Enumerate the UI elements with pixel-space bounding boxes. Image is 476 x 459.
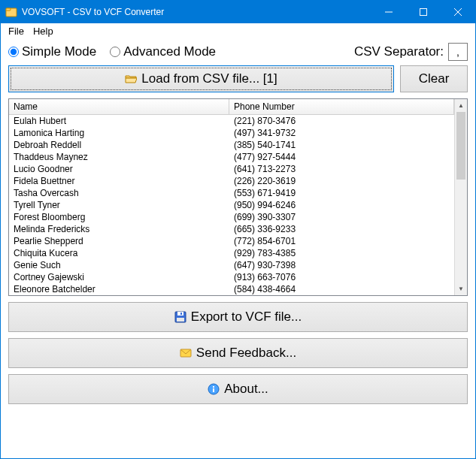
scroll-track[interactable]: [455, 112, 467, 282]
cell-name: Melinda Fredericks: [9, 223, 229, 235]
cell-phone: (553) 671-9419: [229, 187, 454, 199]
table-row[interactable]: Fidela Buettner(226) 220-3619: [9, 175, 454, 187]
export-vcf-button[interactable]: Export to VCF file...: [8, 302, 468, 332]
column-name[interactable]: Name: [9, 99, 229, 114]
save-icon: [174, 311, 186, 323]
cell-name: Cortney Gajewski: [9, 271, 229, 283]
app-icon: [5, 6, 17, 18]
maximize-button[interactable]: [406, 1, 441, 23]
contacts-table: Name Phone Number Eulah Hubert(221) 870-…: [8, 98, 468, 296]
svg-rect-3: [420, 9, 427, 16]
table-row[interactable]: Cortney Gajewski(913) 663-7076: [9, 271, 454, 283]
scroll-thumb[interactable]: [456, 112, 465, 180]
advanced-mode-label: Advanced Mode: [123, 44, 216, 59]
table-row[interactable]: Forest Bloomberg(699) 390-3307: [9, 211, 454, 223]
advanced-mode-radio[interactable]: Advanced Mode: [110, 44, 216, 59]
table-row[interactable]: Pearlie Shepperd(772) 854-6701: [9, 235, 454, 247]
svg-rect-9: [177, 318, 184, 322]
cell-name: Pearlie Shepperd: [9, 235, 229, 247]
csv-separator-input[interactable]: [448, 43, 468, 61]
cell-phone: (929) 783-4385: [229, 247, 454, 259]
cell-phone: (226) 220-3619: [229, 175, 454, 187]
window-controls: [371, 1, 475, 23]
minimize-button[interactable]: [371, 1, 406, 23]
cell-name: Tasha Overcash: [9, 187, 229, 199]
about-label: About...: [224, 382, 268, 397]
about-button[interactable]: About...: [8, 374, 468, 404]
csv-separator-label: CSV Separator:: [354, 44, 444, 59]
close-button[interactable]: [441, 1, 475, 23]
cell-phone: (772) 854-6701: [229, 235, 454, 247]
cell-name: Lucio Goodner: [9, 163, 229, 175]
send-feedback-button[interactable]: Send Feedback...: [8, 338, 468, 368]
cell-phone: (950) 994-6246: [229, 199, 454, 211]
table-row[interactable]: Debroah Reddell(385) 540-1741: [9, 139, 454, 151]
cell-name: Fidela Buettner: [9, 175, 229, 187]
window-title: VOVSOFT - CSV to VCF Converter: [22, 7, 371, 17]
svg-rect-8: [180, 313, 182, 315]
cell-name: Debroah Reddell: [9, 139, 229, 151]
table-row[interactable]: Chiquita Kucera(929) 783-4385: [9, 247, 454, 259]
table-row[interactable]: Lamonica Harting(497) 341-9732: [9, 127, 454, 139]
cell-phone: (665) 336-9233: [229, 223, 454, 235]
scroll-up-icon[interactable]: ▲: [455, 99, 467, 112]
svg-rect-13: [213, 386, 214, 388]
cell-phone: (641) 713-2273: [229, 163, 454, 175]
simple-mode-label: Simple Mode: [22, 44, 96, 59]
cell-phone: (477) 927-5444: [229, 151, 454, 163]
table-row[interactable]: Tyrell Tyner(950) 994-6246: [9, 199, 454, 211]
table-row[interactable]: Eleonore Batchelder(584) 438-4664: [9, 283, 454, 295]
cell-name: Chiquita Kucera: [9, 247, 229, 259]
cell-phone: (913) 663-7076: [229, 271, 454, 283]
table-row[interactable]: Thaddeus Maynez(477) 927-5444: [9, 151, 454, 163]
load-csv-button[interactable]: Load from CSV file... [1]: [8, 65, 394, 92]
table-body[interactable]: Eulah Hubert(221) 870-3476Lamonica Harti…: [9, 115, 454, 295]
cell-name: Eulah Hubert: [9, 115, 229, 127]
feedback-label: Send Feedback...: [196, 346, 296, 361]
cell-phone: (497) 341-9732: [229, 127, 454, 139]
table-row[interactable]: Lucio Goodner(641) 713-2273: [9, 163, 454, 175]
scroll-down-icon[interactable]: ▼: [455, 282, 467, 295]
table-row[interactable]: Tasha Overcash(553) 671-9419: [9, 187, 454, 199]
vertical-scrollbar[interactable]: ▲ ▼: [454, 99, 467, 295]
export-label: Export to VCF file...: [191, 310, 302, 325]
simple-mode-radio[interactable]: Simple Mode: [8, 44, 96, 59]
clear-button[interactable]: Clear: [400, 65, 468, 92]
svg-rect-1: [6, 8, 11, 11]
menu-help[interactable]: Help: [29, 24, 58, 38]
column-phone[interactable]: Phone Number: [229, 99, 454, 114]
folder-open-icon: [125, 73, 137, 85]
svg-rect-12: [213, 388, 214, 392]
cell-phone: (385) 540-1741: [229, 139, 454, 151]
mail-icon: [180, 347, 192, 359]
cell-name: Lamonica Harting: [9, 127, 229, 139]
mode-row: Simple Mode Advanced Mode CSV Separator:: [1, 38, 475, 65]
simple-mode-radio-input[interactable]: [8, 47, 19, 57]
cell-phone: (221) 870-3476: [229, 115, 454, 127]
cell-name: Forest Bloomberg: [9, 211, 229, 223]
cell-phone: (699) 390-3307: [229, 211, 454, 223]
table-row[interactable]: Melinda Fredericks(665) 336-9233: [9, 223, 454, 235]
table-row[interactable]: Eulah Hubert(221) 870-3476: [9, 115, 454, 127]
cell-phone: (584) 438-4664: [229, 283, 454, 295]
menu-bar: File Help: [1, 23, 475, 38]
info-icon: [208, 383, 220, 395]
cell-name: Genie Such: [9, 259, 229, 271]
advanced-mode-radio-input[interactable]: [110, 47, 120, 57]
title-bar: VOVSOFT - CSV to VCF Converter: [1, 1, 475, 23]
table-row[interactable]: Genie Such(647) 930-7398: [9, 259, 454, 271]
load-row: Load from CSV file... [1] Clear: [1, 65, 475, 98]
menu-file[interactable]: File: [4, 24, 29, 38]
table-header: Name Phone Number: [9, 99, 454, 115]
clear-label: Clear: [419, 71, 450, 86]
cell-name: Tyrell Tyner: [9, 199, 229, 211]
cell-name: Eleonore Batchelder: [9, 283, 229, 295]
cell-name: Thaddeus Maynez: [9, 151, 229, 163]
cell-phone: (647) 930-7398: [229, 259, 454, 271]
load-csv-label: Load from CSV file... [1]: [141, 71, 277, 86]
